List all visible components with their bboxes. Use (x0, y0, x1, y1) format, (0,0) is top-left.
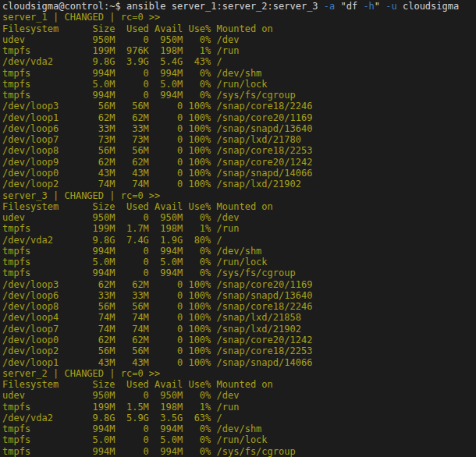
df-table-row: /dev/loop1 62M 62M 0 100% /snap/core20/1… (2, 112, 476, 123)
df-table-row: tmpfs 199M 1.5M 198M 1% /run (2, 402, 476, 413)
df-table-row: /dev/loop6 33M 33M 0 100% /snap/snapd/13… (2, 123, 476, 134)
df-table-row: udev 950M 0 950M 0% /dev (2, 34, 476, 45)
ansible-section-server_2: server_2 | CHANGED | rc=0 >>Filesystem S… (2, 368, 476, 457)
df-table-header: Filesystem Size Used Avail Use% Mounted … (2, 201, 476, 212)
df-table-row: udev 950M 0 950M 0% /dev (2, 212, 476, 223)
df-table-header: Filesystem Size Used Avail Use% Mounted … (2, 23, 476, 34)
df-flag-h: -h (363, 1, 374, 12)
df-table-row: tmpfs 994M 0 994M 0% /dev/shm (2, 246, 476, 257)
terminal-window[interactable]: cloudsigma@control:~$ ansible server_1:s… (0, 0, 476, 457)
df-table-row: /dev/vda2 9.8G 3.9G 5.4G 43% / (2, 56, 476, 67)
df-command-text: "df (335, 1, 363, 12)
ansible-flag-u: -u (385, 1, 396, 12)
df-table-row: /dev/vda2 9.8G 7.4G 1.9G 80% / (2, 235, 476, 246)
ansible-section-server_1: server_1 | CHANGED | rc=0 >>Filesystem S… (2, 12, 476, 190)
ansible-host-status-line: server_1 | CHANGED | rc=0 >> (2, 12, 476, 23)
df-table-row: udev 950M 0 950M 0% /dev (2, 390, 476, 401)
remote-user-text: cloudsigma (397, 1, 459, 12)
df-table-row: /dev/loop7 73M 73M 0 100% /snap/lxd/2178… (2, 134, 476, 145)
df-table-row: tmpfs 5.0M 0 5.0M 0% /run/lock (2, 434, 476, 445)
df-table-row: /dev/vda2 9.8G 5.9G 3.5G 63% / (2, 413, 476, 423)
df-table-row: tmpfs 994M 0 994M 0% /sys/fs/cgroup (2, 90, 476, 101)
df-table-row: /dev/loop2 74M 74M 0 100% /snap/lxd/2190… (2, 179, 476, 190)
df-table-row: tmpfs 5.0M 0 5.0M 0% /run/lock (2, 257, 476, 267)
df-table-row: /dev/loop6 33M 33M 0 100% /snap/snapd/13… (2, 290, 476, 301)
df-table-row: /dev/loop9 62M 62M 0 100% /snap/core20/1… (2, 157, 476, 168)
ansible-flag-a: -a (324, 1, 335, 12)
df-table-row: /dev/loop3 62M 62M 0 100% /snap/core20/1… (2, 279, 476, 290)
df-table-row: tmpfs 199M 976K 198M 1% /run (2, 45, 476, 56)
df-table-row: tmpfs 994M 0 994M 0% /dev/shm (2, 423, 476, 434)
df-table-row: tmpfs 199M 1.7M 198M 1% /run (2, 223, 476, 234)
quote-close-text: " (375, 1, 385, 12)
command-line: cloudsigma@control:~$ ansible server_1:s… (2, 1, 476, 12)
df-table-row: /dev/loop0 43M 43M 0 100% /snap/snapd/14… (2, 168, 476, 179)
df-table-row: /dev/loop2 56M 56M 0 100% /snap/core18/2… (2, 345, 476, 356)
df-table-row: /dev/loop4 74M 74M 0 100% /snap/lxd/2185… (2, 312, 476, 323)
df-table-row: /dev/loop7 74M 74M 0 100% /snap/lxd/2190… (2, 324, 476, 335)
ansible-output: server_1 | CHANGED | rc=0 >>Filesystem S… (2, 12, 476, 457)
df-table-row: tmpfs 994M 0 994M 0% /dev/shm (2, 68, 476, 79)
ansible-host-status-line: server_2 | CHANGED | rc=0 >> (2, 368, 476, 379)
ansible-host-status-line: server_3 | CHANGED | rc=0 >> (2, 190, 476, 201)
df-table-header: Filesystem Size Used Avail Use% Mounted … (2, 379, 476, 390)
df-table-row: tmpfs 994M 0 994M 0% /sys/fs/cgroup (2, 267, 476, 278)
prompt-and-command-text: cloudsigma@control:~$ ansible server_1:s… (2, 1, 324, 12)
df-table-row: /dev/loop3 56M 56M 0 100% /snap/core18/2… (2, 101, 476, 112)
df-table-row: /dev/loop0 62M 62M 0 100% /snap/core20/1… (2, 335, 476, 345)
df-table-row: tmpfs 994M 0 994M 0% /sys/fs/cgroup (2, 446, 476, 457)
ansible-section-server_3: server_3 | CHANGED | rc=0 >>Filesystem S… (2, 190, 476, 368)
df-table-row: /dev/loop8 56M 56M 0 100% /snap/core18/2… (2, 145, 476, 156)
df-table-row: tmpfs 5.0M 0 5.0M 0% /run/lock (2, 79, 476, 90)
df-table-row: /dev/loop1 43M 43M 0 100% /snap/snapd/14… (2, 357, 476, 368)
df-table-row: /dev/loop8 56M 56M 0 100% /snap/core18/2… (2, 301, 476, 312)
